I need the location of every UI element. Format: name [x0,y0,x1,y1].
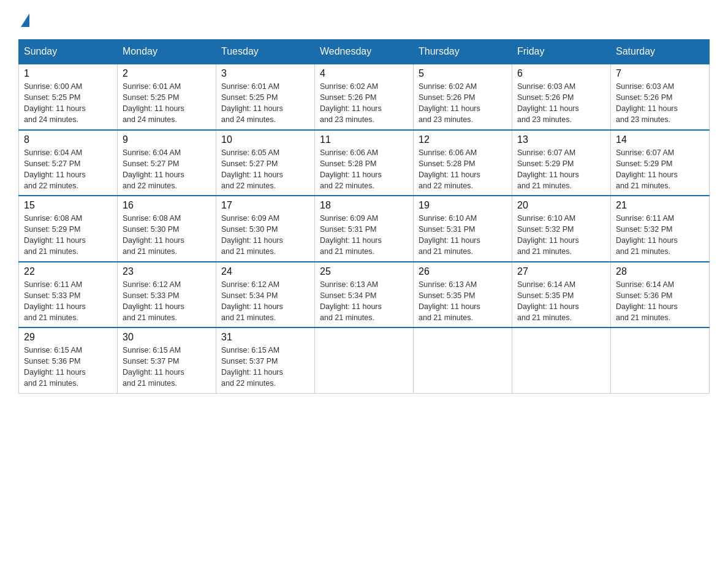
day-info: Sunrise: 6:09 AMSunset: 5:31 PMDaylight:… [320,213,408,258]
day-number: 19 [419,200,507,211]
calendar-day-cell: 3Sunrise: 6:01 AMSunset: 5:25 PMDaylight… [216,64,315,130]
day-number: 23 [123,266,211,277]
day-info: Sunrise: 6:10 AMSunset: 5:32 PMDaylight:… [517,213,605,258]
calendar-day-cell: 2Sunrise: 6:01 AMSunset: 5:25 PMDaylight… [118,64,216,130]
calendar-day-cell [611,327,710,393]
calendar-week-row: 1Sunrise: 6:00 AMSunset: 5:25 PMDaylight… [19,64,710,130]
day-info: Sunrise: 6:01 AMSunset: 5:25 PMDaylight:… [123,81,211,126]
calendar-day-cell: 15Sunrise: 6:08 AMSunset: 5:29 PMDayligh… [19,196,118,262]
day-info: Sunrise: 6:12 AMSunset: 5:33 PMDaylight:… [123,279,211,324]
calendar-week-row: 22Sunrise: 6:11 AMSunset: 5:33 PMDayligh… [19,262,710,328]
weekday-header-thursday: Thursday [414,40,512,64]
calendar-week-row: 15Sunrise: 6:08 AMSunset: 5:29 PMDayligh… [19,196,710,262]
weekday-header-tuesday: Tuesday [216,40,315,64]
day-number: 25 [320,266,408,277]
calendar-day-cell: 25Sunrise: 6:13 AMSunset: 5:34 PMDayligh… [315,262,414,328]
calendar-week-row: 8Sunrise: 6:04 AMSunset: 5:27 PMDaylight… [19,130,710,196]
day-info: Sunrise: 6:03 AMSunset: 5:26 PMDaylight:… [616,81,704,126]
day-number: 13 [517,134,605,145]
calendar-day-cell: 9Sunrise: 6:04 AMSunset: 5:27 PMDaylight… [118,130,216,196]
calendar-day-cell: 12Sunrise: 6:06 AMSunset: 5:28 PMDayligh… [414,130,512,196]
weekday-header-friday: Friday [512,40,611,64]
day-info: Sunrise: 6:11 AMSunset: 5:33 PMDaylight:… [24,279,112,324]
weekday-header-wednesday: Wednesday [315,40,414,64]
day-number: 3 [221,68,309,79]
calendar-day-cell: 8Sunrise: 6:04 AMSunset: 5:27 PMDaylight… [19,130,118,196]
calendar-day-cell: 6Sunrise: 6:03 AMSunset: 5:26 PMDaylight… [512,64,611,130]
day-number: 21 [616,200,704,211]
weekday-header-monday: Monday [118,40,216,64]
calendar-day-cell: 13Sunrise: 6:07 AMSunset: 5:29 PMDayligh… [512,130,611,196]
day-number: 26 [419,266,507,277]
day-number: 6 [517,68,605,79]
calendar-week-row: 29Sunrise: 6:15 AMSunset: 5:36 PMDayligh… [19,327,710,393]
calendar-day-cell: 30Sunrise: 6:15 AMSunset: 5:37 PMDayligh… [118,327,216,393]
calendar-day-cell: 29Sunrise: 6:15 AMSunset: 5:36 PMDayligh… [19,327,118,393]
day-number: 28 [616,266,704,277]
day-info: Sunrise: 6:01 AMSunset: 5:25 PMDaylight:… [221,81,309,126]
weekday-header-saturday: Saturday [611,40,710,64]
day-info: Sunrise: 6:11 AMSunset: 5:32 PMDaylight:… [616,213,704,258]
day-info: Sunrise: 6:02 AMSunset: 5:26 PMDaylight:… [419,81,507,126]
calendar-day-cell: 14Sunrise: 6:07 AMSunset: 5:29 PMDayligh… [611,130,710,196]
day-number: 14 [616,134,704,145]
day-number: 29 [24,332,112,343]
day-number: 30 [123,332,211,343]
day-number: 16 [123,200,211,211]
calendar-day-cell: 17Sunrise: 6:09 AMSunset: 5:30 PMDayligh… [216,196,315,262]
day-info: Sunrise: 6:05 AMSunset: 5:27 PMDaylight:… [221,147,309,192]
day-number: 11 [320,134,408,145]
day-info: Sunrise: 6:13 AMSunset: 5:34 PMDaylight:… [320,279,408,324]
logo [18,12,29,27]
day-info: Sunrise: 6:06 AMSunset: 5:28 PMDaylight:… [419,147,507,192]
day-info: Sunrise: 6:04 AMSunset: 5:27 PMDaylight:… [123,147,211,192]
calendar-day-cell: 18Sunrise: 6:09 AMSunset: 5:31 PMDayligh… [315,196,414,262]
day-info: Sunrise: 6:07 AMSunset: 5:29 PMDaylight:… [616,147,704,192]
day-info: Sunrise: 6:08 AMSunset: 5:30 PMDaylight:… [123,213,211,258]
day-number: 17 [221,200,309,211]
day-info: Sunrise: 6:09 AMSunset: 5:30 PMDaylight:… [221,213,309,258]
page-header [18,12,710,27]
day-number: 15 [24,200,112,211]
day-number: 4 [320,68,408,79]
day-number: 18 [320,200,408,211]
day-info: Sunrise: 6:12 AMSunset: 5:34 PMDaylight:… [221,279,309,324]
calendar-day-cell: 16Sunrise: 6:08 AMSunset: 5:30 PMDayligh… [118,196,216,262]
calendar-day-cell: 11Sunrise: 6:06 AMSunset: 5:28 PMDayligh… [315,130,414,196]
calendar-day-cell: 24Sunrise: 6:12 AMSunset: 5:34 PMDayligh… [216,262,315,328]
day-number: 24 [221,266,309,277]
calendar-day-cell: 19Sunrise: 6:10 AMSunset: 5:31 PMDayligh… [414,196,512,262]
day-number: 31 [221,332,309,343]
day-number: 12 [419,134,507,145]
calendar-day-cell [414,327,512,393]
weekday-header-row: SundayMondayTuesdayWednesdayThursdayFrid… [19,40,710,64]
calendar-day-cell: 20Sunrise: 6:10 AMSunset: 5:32 PMDayligh… [512,196,611,262]
day-number: 2 [123,68,211,79]
calendar-day-cell: 4Sunrise: 6:02 AMSunset: 5:26 PMDaylight… [315,64,414,130]
day-number: 10 [221,134,309,145]
day-info: Sunrise: 6:15 AMSunset: 5:37 PMDaylight:… [221,345,309,389]
day-info: Sunrise: 6:08 AMSunset: 5:29 PMDaylight:… [24,213,112,258]
day-info: Sunrise: 6:15 AMSunset: 5:36 PMDaylight:… [24,345,112,389]
calendar-day-cell: 22Sunrise: 6:11 AMSunset: 5:33 PMDayligh… [19,262,118,328]
day-number: 1 [24,68,112,79]
day-number: 20 [517,200,605,211]
calendar-day-cell: 21Sunrise: 6:11 AMSunset: 5:32 PMDayligh… [611,196,710,262]
day-info: Sunrise: 6:13 AMSunset: 5:35 PMDaylight:… [419,279,507,324]
calendar-day-cell: 5Sunrise: 6:02 AMSunset: 5:26 PMDaylight… [414,64,512,130]
day-number: 9 [123,134,211,145]
calendar-day-cell [315,327,414,393]
calendar-day-cell: 26Sunrise: 6:13 AMSunset: 5:35 PMDayligh… [414,262,512,328]
weekday-header-sunday: Sunday [19,40,118,64]
day-number: 27 [517,266,605,277]
day-info: Sunrise: 6:00 AMSunset: 5:25 PMDaylight:… [24,81,112,126]
calendar-day-cell: 23Sunrise: 6:12 AMSunset: 5:33 PMDayligh… [118,262,216,328]
day-info: Sunrise: 6:03 AMSunset: 5:26 PMDaylight:… [517,81,605,126]
day-info: Sunrise: 6:10 AMSunset: 5:31 PMDaylight:… [419,213,507,258]
day-info: Sunrise: 6:02 AMSunset: 5:26 PMDaylight:… [320,81,408,126]
day-info: Sunrise: 6:14 AMSunset: 5:36 PMDaylight:… [616,279,704,324]
calendar-day-cell: 1Sunrise: 6:00 AMSunset: 5:25 PMDaylight… [19,64,118,130]
day-info: Sunrise: 6:06 AMSunset: 5:28 PMDaylight:… [320,147,408,192]
day-number: 8 [24,134,112,145]
day-info: Sunrise: 6:04 AMSunset: 5:27 PMDaylight:… [24,147,112,192]
